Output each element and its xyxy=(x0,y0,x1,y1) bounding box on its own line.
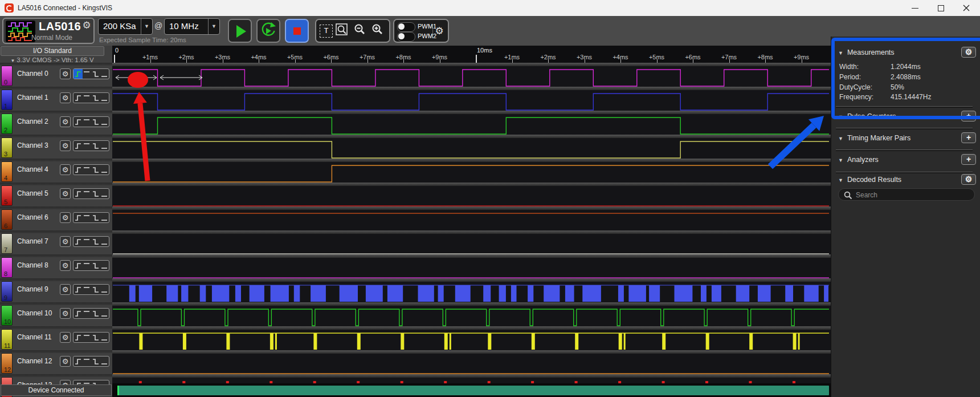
high-level-trigger-icon[interactable] xyxy=(83,141,92,151)
falling-edge-trigger-icon[interactable] xyxy=(91,117,100,127)
channel-row: 9Channel 9⚙ xyxy=(0,278,112,302)
rising-edge-trigger-icon[interactable] xyxy=(74,309,83,318)
high-level-trigger-icon[interactable] xyxy=(83,189,92,198)
rising-edge-trigger-icon[interactable] xyxy=(74,213,83,222)
rising-edge-trigger-icon[interactable] xyxy=(74,117,83,127)
high-level-trigger-icon[interactable] xyxy=(83,357,92,366)
rising-edge-trigger-icon[interactable] xyxy=(74,357,83,366)
minimize-button[interactable] xyxy=(903,0,928,16)
low-level-trigger-icon[interactable] xyxy=(100,117,109,127)
channel-settings-gear-icon[interactable]: ⚙ xyxy=(60,92,71,103)
add-analyzer-button[interactable]: + xyxy=(961,154,976,165)
falling-edge-trigger-icon[interactable] xyxy=(91,93,100,103)
high-level-trigger-icon[interactable] xyxy=(83,309,92,318)
channel-settings-gear-icon[interactable]: ⚙ xyxy=(60,68,71,79)
low-level-trigger-icon[interactable] xyxy=(100,333,109,342)
high-level-trigger-icon[interactable] xyxy=(83,285,92,294)
high-level-trigger-icon[interactable] xyxy=(83,117,92,127)
low-level-trigger-icon[interactable] xyxy=(100,69,109,79)
pwm2-toggle[interactable] xyxy=(397,32,415,42)
rising-edge-trigger-icon[interactable] xyxy=(74,141,83,151)
low-level-trigger-icon[interactable] xyxy=(100,357,109,366)
low-level-trigger-icon[interactable] xyxy=(100,93,109,103)
rising-edge-trigger-icon[interactable] xyxy=(74,69,83,79)
rising-edge-trigger-icon[interactable] xyxy=(74,189,83,198)
rising-edge-trigger-icon[interactable] xyxy=(74,93,83,103)
chevron-down-icon[interactable]: ▼ xyxy=(208,19,219,34)
falling-edge-trigger-icon[interactable] xyxy=(91,141,100,151)
sample-rate-select[interactable]: 10 MHz ▼ xyxy=(164,18,220,35)
low-level-trigger-icon[interactable] xyxy=(100,165,109,175)
measurements-gear-button[interactable]: ⚙ xyxy=(961,47,976,58)
high-level-trigger-icon[interactable] xyxy=(83,165,92,175)
rising-edge-trigger-icon[interactable] xyxy=(74,261,83,270)
falling-edge-trigger-icon[interactable] xyxy=(91,357,100,366)
channel-settings-gear-icon[interactable]: ⚙ xyxy=(60,332,71,343)
channel-settings-gear-icon[interactable]: ⚙ xyxy=(60,140,71,151)
channel-settings-gear-icon[interactable]: ⚙ xyxy=(60,164,71,175)
low-level-trigger-icon[interactable] xyxy=(100,285,109,294)
device-settings-gear-icon[interactable]: ⚙ xyxy=(81,20,92,31)
falling-edge-trigger-icon[interactable] xyxy=(91,285,100,294)
add-timing-marker-button[interactable]: + xyxy=(961,132,976,143)
falling-edge-trigger-icon[interactable] xyxy=(91,213,100,222)
trigger-selector xyxy=(73,140,109,151)
stop-capture-button[interactable] xyxy=(285,19,309,43)
low-level-trigger-icon[interactable] xyxy=(100,237,109,246)
start-capture-button[interactable] xyxy=(228,19,252,43)
repeat-capture-button[interactable] xyxy=(256,19,280,43)
trigger-cursor-button[interactable]: T xyxy=(320,25,333,38)
ruler[interactable]: 0+1ms+2ms+3ms+4ms+5ms+6ms+7ms+8ms+9ms10m… xyxy=(112,46,831,63)
maximize-button[interactable] xyxy=(928,0,953,16)
high-level-trigger-icon[interactable] xyxy=(83,237,92,246)
zoom-out-button[interactable] xyxy=(350,23,368,39)
channel-settings-gear-icon[interactable]: ⚙ xyxy=(60,116,71,127)
low-level-trigger-icon[interactable] xyxy=(100,261,109,270)
rising-edge-trigger-icon[interactable] xyxy=(74,285,83,294)
analyzers-header[interactable]: ▼Analyzers xyxy=(838,156,879,165)
io-standard-header[interactable]: I/O Standard xyxy=(1,46,104,56)
pwm1-toggle[interactable] xyxy=(397,22,415,32)
pwm-settings-gear-icon[interactable]: ⚙ xyxy=(432,25,446,38)
channel-settings-gear-icon[interactable]: ⚙ xyxy=(60,284,71,295)
high-level-trigger-icon[interactable] xyxy=(83,69,92,79)
zoom-selection-button[interactable] xyxy=(333,23,350,39)
falling-edge-trigger-icon[interactable] xyxy=(91,165,100,175)
channel-settings-gear-icon[interactable]: ⚙ xyxy=(60,308,71,319)
close-button[interactable] xyxy=(954,0,979,16)
channel-settings-gear-icon[interactable]: ⚙ xyxy=(60,188,71,199)
add-pulse-counter-button[interactable]: + xyxy=(961,111,976,121)
high-level-trigger-icon[interactable] xyxy=(83,333,92,342)
chevron-down-icon[interactable]: ▼ xyxy=(141,19,152,34)
high-level-trigger-icon[interactable] xyxy=(83,261,92,270)
falling-edge-trigger-icon[interactable] xyxy=(91,237,100,246)
channel-settings-gear-icon[interactable]: ⚙ xyxy=(60,212,71,223)
search-input[interactable] xyxy=(855,189,971,201)
decoded-results-gear-button[interactable]: ⚙ xyxy=(961,174,976,185)
channel-settings-gear-icon[interactable]: ⚙ xyxy=(60,236,71,247)
low-level-trigger-icon[interactable] xyxy=(100,189,109,198)
zoom-in-button[interactable] xyxy=(368,23,386,39)
measurements-header[interactable]: ▼Measurements xyxy=(838,48,895,58)
horizontal-scrollbar[interactable] xyxy=(117,386,829,395)
channel-settings-gear-icon[interactable]: ⚙ xyxy=(60,260,71,271)
pulse-counters-header[interactable]: ▼Pulse Counters xyxy=(838,112,896,121)
waveform-area[interactable]: 0+1ms+2ms+3ms+4ms+5ms+6ms+7ms+8ms+9ms10m… xyxy=(112,46,831,397)
sample-count-select[interactable]: 200 KSa ▼ xyxy=(98,18,153,35)
decoded-results-header[interactable]: ▼Decoded Results xyxy=(838,176,901,185)
channel-settings-gear-icon[interactable]: ⚙ xyxy=(60,356,71,367)
falling-edge-trigger-icon[interactable] xyxy=(91,333,100,342)
high-level-trigger-icon[interactable] xyxy=(83,213,92,222)
falling-edge-trigger-icon[interactable] xyxy=(91,189,100,198)
low-level-trigger-icon[interactable] xyxy=(100,309,109,318)
timing-marker-pairs-header[interactable]: ▼Timing Marker Pairs xyxy=(838,134,910,143)
low-level-trigger-icon[interactable] xyxy=(100,141,109,151)
rising-edge-trigger-icon[interactable] xyxy=(74,237,83,246)
high-level-trigger-icon[interactable] xyxy=(83,93,92,103)
rising-edge-trigger-icon[interactable] xyxy=(74,333,83,342)
falling-edge-trigger-icon[interactable] xyxy=(91,309,100,318)
falling-edge-trigger-icon[interactable] xyxy=(91,69,100,79)
low-level-trigger-icon[interactable] xyxy=(100,213,109,222)
falling-edge-trigger-icon[interactable] xyxy=(91,261,100,270)
rising-edge-trigger-icon[interactable] xyxy=(74,165,83,175)
